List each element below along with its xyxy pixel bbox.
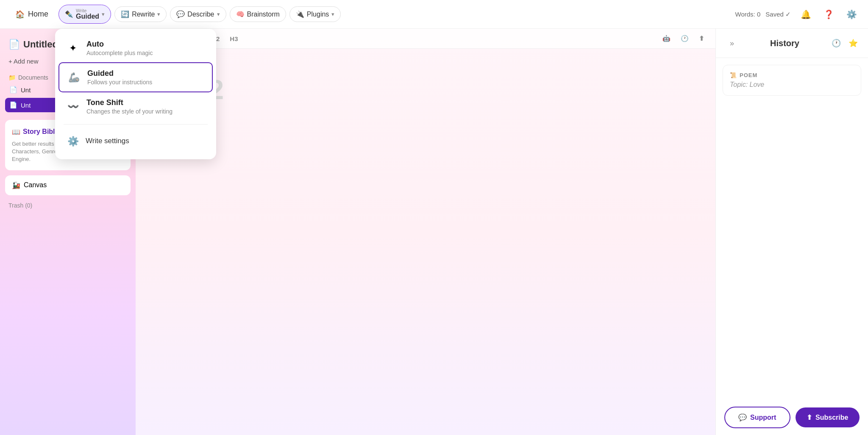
panel-collapse-button[interactable]: » bbox=[724, 36, 740, 51]
dropdown-write-settings[interactable]: ⚙️ Write settings bbox=[58, 128, 213, 154]
poem-icon: 📜 bbox=[730, 72, 737, 78]
documents-label: Documents bbox=[18, 74, 48, 81]
editor-title: ed 2 bbox=[170, 74, 682, 105]
brainstorm-button[interactable]: 🧠 Brainstorm bbox=[230, 6, 286, 22]
history-card-content: Topic: Love bbox=[730, 81, 854, 89]
guided-title: Guided bbox=[87, 69, 152, 78]
expand-icon[interactable]: ⬆ bbox=[696, 33, 707, 44]
describe-label: Describe bbox=[187, 11, 214, 18]
guided-icon: 🦾 bbox=[66, 70, 81, 85]
settings-button[interactable]: ⚙️ bbox=[843, 6, 860, 22]
write-icon: ✒️ bbox=[65, 10, 73, 18]
history-card-type-text: POEM bbox=[740, 72, 757, 78]
write-main-label: Guided bbox=[76, 13, 99, 20]
editor-area: S ≡ Aa H1 H2 H3 🤖 🕐 ⬆ ed 2 bbox=[136, 29, 715, 435]
editor-toolbar: S ≡ Aa H1 H2 H3 🤖 🕐 ⬆ bbox=[136, 29, 715, 49]
question-icon: ❓ bbox=[823, 9, 834, 19]
doc2-icon: 📄 bbox=[9, 101, 17, 109]
auto-desc: Autocomplete plus magic bbox=[86, 50, 153, 56]
home-icon: 🏠 bbox=[15, 10, 25, 19]
canvas-icon: 🚂 bbox=[12, 181, 20, 189]
support-button[interactable]: 💬 Support bbox=[724, 407, 790, 428]
bell-icon: 🔔 bbox=[801, 9, 811, 19]
main-layout: 📄 Untitled + Add new 📁 Documents 📄 Unt 📄… bbox=[0, 29, 868, 435]
document-icon: 📄 bbox=[8, 39, 20, 50]
doc1-icon: 📄 bbox=[9, 86, 17, 94]
plugins-icon: 🔌 bbox=[296, 10, 304, 18]
rewrite-button[interactable]: 🔄 Rewrite ▾ bbox=[114, 6, 167, 22]
dropdown-divider bbox=[64, 124, 208, 125]
canvas-button[interactable]: 🚂 Canvas bbox=[5, 175, 131, 195]
saved-status: Saved ✓ bbox=[765, 11, 791, 18]
dropdown-auto-option[interactable]: ✦ Auto Autocomplete plus magic bbox=[58, 34, 213, 62]
history-card-type: 📜 POEM bbox=[730, 72, 854, 78]
rewrite-label: Rewrite bbox=[132, 11, 155, 18]
nav-right: Words: 0 Saved ✓ 🔔 ❓ ⚙️ bbox=[735, 6, 860, 22]
subscribe-icon: ⬆ bbox=[807, 413, 812, 421]
history-star-button[interactable]: ⭐ bbox=[847, 37, 860, 50]
dropdown-tone-shift-option[interactable]: 〰️ Tone Shift Changes the style of your … bbox=[58, 92, 213, 121]
right-panel-footer: 💬 Support ⬆ Subscribe bbox=[716, 400, 868, 435]
tone-shift-desc: Changes the style of your writing bbox=[86, 108, 172, 115]
history-clock-button[interactable]: 🕐 bbox=[830, 37, 843, 50]
auto-icon: ✦ bbox=[65, 41, 81, 56]
story-bible-icon: 📖 bbox=[12, 128, 20, 136]
plugins-label: Plugins bbox=[307, 11, 329, 18]
h3-button[interactable]: H3 bbox=[227, 33, 240, 44]
write-settings-label: Write settings bbox=[86, 137, 129, 145]
folder-icon: 📁 bbox=[8, 74, 16, 81]
words-saved: Words: 0 Saved ✓ bbox=[735, 11, 791, 18]
history-panel-title: History bbox=[770, 39, 799, 48]
tone-shift-title: Tone Shift bbox=[86, 98, 172, 107]
brainstorm-icon: 🧠 bbox=[236, 10, 245, 18]
guided-desc: Follows your instructions bbox=[87, 79, 152, 86]
rewrite-icon: 🔄 bbox=[121, 10, 129, 18]
home-label: Home bbox=[28, 10, 48, 19]
words-count: Words: 0 bbox=[735, 11, 761, 18]
trash-label: Trash (0) bbox=[5, 199, 131, 212]
notifications-button[interactable]: 🔔 bbox=[798, 6, 814, 22]
history-panel-header: » History 🕐 ⭐ bbox=[716, 29, 868, 58]
story-bible-title-text: Story Bible bbox=[23, 128, 58, 136]
subscribe-label: Subscribe bbox=[815, 414, 848, 421]
rewrite-chevron-icon: ▾ bbox=[157, 11, 160, 17]
doc1-label: Unt bbox=[21, 86, 31, 94]
write-button[interactable]: ✒️ Write Guided ▾ bbox=[58, 5, 111, 24]
history-card: 📜 POEM Topic: Love bbox=[723, 65, 861, 96]
navbar: 🏠 Home ✒️ Write Guided ▾ 🔄 Rewrite ▾ 💬 D… bbox=[0, 0, 868, 29]
help-button[interactable]: ❓ bbox=[821, 6, 837, 22]
doc2-label: Unt bbox=[21, 102, 31, 109]
describe-button[interactable]: 💬 Describe ▾ bbox=[170, 6, 226, 22]
add-new-label: + Add new bbox=[8, 58, 38, 65]
history-icon[interactable]: 🕐 bbox=[678, 33, 691, 44]
dropdown-guided-option[interactable]: 🦾 Guided Follows your instructions bbox=[58, 62, 213, 92]
right-panel: » History 🕐 ⭐ 📜 POEM Topic: Love 💬 Suppo… bbox=[715, 29, 868, 435]
plugins-button[interactable]: 🔌 Plugins ▾ bbox=[289, 6, 341, 22]
canvas-label: Canvas bbox=[24, 181, 47, 189]
write-chevron-icon: ▾ bbox=[102, 11, 105, 17]
support-icon: 💬 bbox=[738, 413, 747, 421]
tone-shift-icon: 〰️ bbox=[65, 99, 81, 114]
ai-assist-icon[interactable]: 🤖 bbox=[660, 33, 673, 44]
plugins-chevron-icon: ▾ bbox=[331, 11, 334, 17]
describe-chevron-icon: ▾ bbox=[217, 11, 220, 17]
story-bible-title: 📖 Story Bible bbox=[12, 128, 58, 136]
editor-content[interactable]: ed 2 bbox=[136, 49, 715, 435]
settings-sliders-icon: ⚙️ bbox=[65, 134, 81, 149]
auto-title: Auto bbox=[86, 40, 153, 49]
support-label: Support bbox=[750, 414, 776, 421]
home-button[interactable]: 🏠 Home bbox=[8, 6, 55, 22]
write-dropdown-menu: ✦ Auto Autocomplete plus magic 🦾 Guided … bbox=[55, 29, 216, 159]
gear-icon: ⚙️ bbox=[846, 9, 857, 19]
brainstorm-label: Brainstorm bbox=[247, 11, 280, 18]
describe-icon: 💬 bbox=[176, 10, 185, 18]
subscribe-button[interactable]: ⬆ Subscribe bbox=[796, 407, 860, 427]
sidebar-title-text: Untitled bbox=[23, 39, 58, 50]
